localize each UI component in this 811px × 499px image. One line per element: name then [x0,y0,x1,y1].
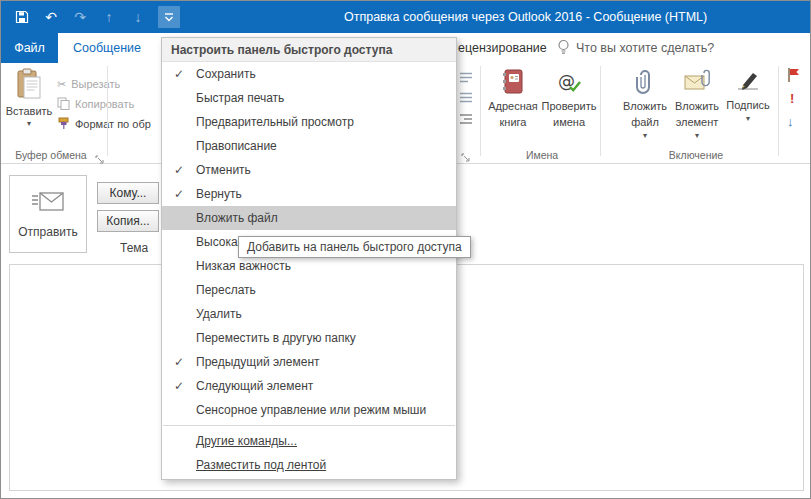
send-envelope-icon [31,189,65,218]
high-importance-icon[interactable]: ! [790,91,794,106]
copy-button[interactable]: Копировать [57,95,134,113]
outlook-message-window: ↶ ↷ ↑ ↓ Отправка сообщения через Outlook… [0,0,811,499]
menu-item[interactable]: ✓ Следующий элемент [162,374,456,398]
list-lines-icon[interactable] [459,89,473,107]
names-group-label: Имена [487,149,597,161]
menu-item-more-commands[interactable]: Другие команды... [162,429,456,453]
copy-icon [57,97,70,112]
menu-item-label: Переслать [196,283,256,297]
menu-item[interactable]: Быстрая печать [162,86,456,110]
copy-label: Копировать [75,98,134,110]
attach-item-caret: ▾ [695,132,699,139]
menu-item-label: Удалить [196,307,242,321]
format-painter-label: Формат по обр [75,118,151,130]
qat-customize-menu: Настроить панель быстрого доступа ✓ Сохр… [161,37,457,480]
redo-icon[interactable]: ↷ [71,8,89,26]
menu-item-label: Предварительный просмотр [196,115,354,129]
attach-item-button[interactable]: Вложить элемент ▾ [671,65,723,149]
previous-item-icon[interactable]: ↑ [100,8,118,26]
group-separator [600,66,601,156]
check-icon: ✓ [162,355,196,369]
menu-item[interactable]: Правописание [162,134,456,158]
tab-message[interactable]: Сообщение [58,33,156,63]
tab-file[interactable]: Файл [1,33,58,63]
paste-button[interactable]: Вставить ▾ [5,65,53,149]
send-button[interactable]: Отправить [9,175,87,253]
tab-review-partial[interactable]: ецензирование [458,33,547,63]
paste-dropdown-caret: ▾ [27,120,31,127]
menu-item[interactable]: ✓ Отменить [162,158,456,182]
cc-button[interactable]: Копия... [97,210,159,232]
check-names-label-line1: Проверить [542,100,597,113]
attach-file-caret: ▾ [643,132,647,139]
menu-item[interactable]: Предварительный просмотр [162,110,456,134]
menu-item-label: Разместить под лентой [196,458,326,472]
menu-item[interactable]: Переслать [162,278,456,302]
attach-item-label-line1: Вложить [675,100,719,113]
menu-item-label: Отменить [196,163,251,177]
tell-me-label: Что вы хотите сделать? [576,41,714,55]
menu-item[interactable]: ✓ Предыдущий элемент [162,350,456,374]
envelope-attachment-icon [684,68,710,97]
undo-icon[interactable]: ↶ [42,8,60,26]
tell-me-box[interactable]: Что вы хотите сделать? [557,33,714,63]
menu-item[interactable]: Вложить файл [162,206,456,230]
attach-file-button[interactable]: Вложить файл ▾ [621,65,669,149]
address-book-icon [501,68,525,97]
menu-item[interactable]: Удалить [162,302,456,326]
address-book-label-line1: Адресная [488,100,538,113]
window-title: Отправка сообщения через Outlook 2016 - … [344,1,707,33]
menu-item-label: Другие команды... [196,434,297,448]
menu-item[interactable]: ✓ Сохранить [162,62,456,86]
menu-item-label: Вложить файл [196,211,278,225]
to-button[interactable]: Кому... [97,182,159,204]
customize-quick-access-toolbar-button[interactable] [158,6,180,28]
clipboard-paste-icon [16,68,42,102]
signature-caret: ▾ [746,115,750,122]
clipboard-dialog-launcher-icon[interactable] [95,150,105,160]
signature-pen-icon [735,68,761,96]
address-book-button[interactable]: Адресная книга [487,65,539,149]
group-separator [778,66,779,156]
format-painter-button[interactable]: Формат по обр [57,115,151,133]
paragraph-lines-icon[interactable] [459,69,473,87]
paperclip-icon [635,68,655,97]
indent-icon[interactable] [459,111,473,129]
tooltip: Добавить на панель быстрого доступа [238,236,471,258]
attach-file-label-line1: Вложить [623,100,667,113]
scissors-icon: ✂ [57,78,66,91]
lightbulb-icon [557,39,570,58]
group-separator [480,66,481,156]
send-label: Отправить [18,225,78,239]
attach-file-label-line2: файл [631,116,659,129]
menu-item[interactable]: Сенсорное управление или режим мыши [162,398,456,422]
check-icon: ✓ [162,163,196,177]
menu-separator [163,425,455,426]
title-bar: ↶ ↷ ↑ ↓ Отправка сообщения через Outlook… [1,1,810,33]
signature-button[interactable]: Подпись ▾ [725,65,771,149]
menu-item[interactable]: ✓ Вернуть [162,182,456,206]
next-item-icon[interactable]: ↓ [129,8,147,26]
menu-item-label: Следующий элемент [196,379,313,393]
menu-item-label: Быстрая печать [196,91,284,105]
qat-menu-header: Настроить панель быстрого доступа [162,38,456,62]
cut-button[interactable]: ✂ Вырезать [57,75,120,93]
menu-item-label: Низкая важность [196,259,291,273]
signature-label: Подпись [726,99,770,112]
menu-item-label: Предыдущий элемент [196,355,320,369]
font-dialog-launcher-icon[interactable] [461,148,471,158]
subject-label: Тема [120,241,148,255]
check-names-button[interactable]: @ Проверить имена [542,65,596,149]
menu-item-show-below-ribbon[interactable]: Разместить под лентой [162,453,456,477]
menu-item-label: Сенсорное управление или режим мыши [196,403,426,417]
menu-item-label: Переместить в другую папку [196,331,356,345]
save-icon[interactable] [13,8,31,26]
check-names-label-line2: имена [553,116,585,129]
follow-up-flag-icon[interactable] [786,67,800,87]
check-icon: ✓ [162,187,196,201]
menu-item[interactable]: Переместить в другую папку [162,326,456,350]
low-importance-icon[interactable]: ↓ [787,114,794,129]
format-painter-icon [57,117,70,132]
include-group-label: Включение [621,149,771,161]
address-book-label-line2: книга [500,116,527,129]
